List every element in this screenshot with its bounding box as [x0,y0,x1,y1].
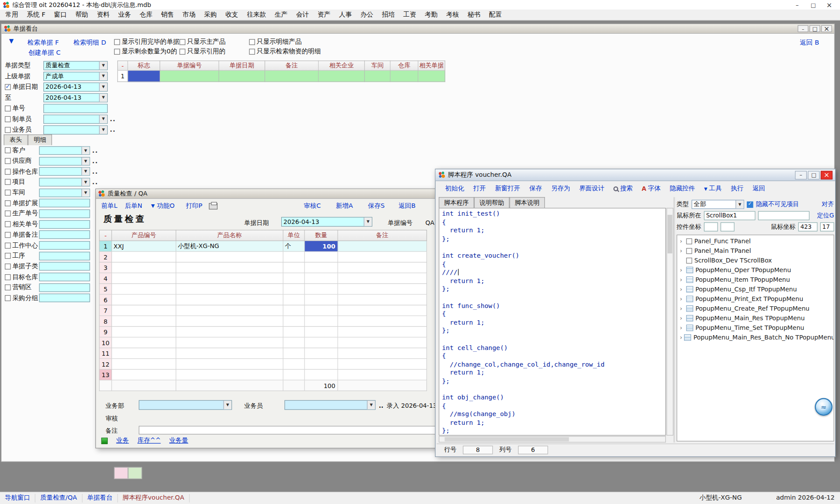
tree-item[interactable]: PopupMenu_Time_Set TPopupMenu [677,323,834,332]
cell-unit[interactable] [284,284,305,294]
field-input[interactable] [39,146,90,155]
menu-item[interactable]: 秘书 [463,9,485,21]
cell-quantity[interactable]: 100 [305,241,338,252]
filter-checkbox[interactable]: 只显示明细产品 [249,38,301,47]
toolbar-button[interactable]: 初始化 [445,184,464,193]
save-button[interactable]: 保存S [368,202,385,211]
cell-product-name[interactable] [176,294,284,305]
dropdown-arrow-icon[interactable] [99,115,107,123]
field-input[interactable]: 2026-04-13 [43,82,108,91]
cell-doc-no[interactable] [160,71,219,82]
dept-select[interactable] [139,400,232,410]
menu-item[interactable]: 市场 [178,9,200,21]
table-row[interactable]: 8 [99,316,427,326]
checkbox-icon[interactable] [5,116,10,122]
checkbox-icon[interactable] [5,242,10,248]
checkbox-icon[interactable] [5,221,10,227]
column-header[interactable]: 标志 [128,60,160,70]
print-button[interactable]: 打印P [186,202,203,211]
cell-related-doc[interactable] [418,71,445,82]
field-input[interactable] [39,199,90,208]
expand-arrow-icon[interactable] [680,286,684,292]
control-x-input[interactable] [704,222,718,231]
cell-unit[interactable] [284,348,305,359]
minimize-button[interactable] [798,25,808,32]
cell-quantity[interactable] [305,370,338,380]
toolbar-button[interactable]: 字体 [642,184,661,193]
expand-arrow-icon[interactable] [680,248,684,253]
tree-item[interactable]: ScrollBox_Dev TScrollBox [677,256,834,265]
ellipsis-button[interactable]: .. [92,147,98,154]
restore-button[interactable] [809,25,820,32]
column-header[interactable]: 产品名称 [176,230,284,241]
mouse-x-value[interactable]: 423 [798,222,817,231]
toolbar-button[interactable]: 另存为 [551,184,570,193]
business-link[interactable]: 业务 [116,437,129,445]
column-header[interactable]: 单据日期 [219,60,265,70]
toolbar-button[interactable]: 返回 [752,184,765,193]
expand-arrow-icon[interactable] [680,325,684,331]
checkbox-icon[interactable] [114,49,120,54]
control-y-input[interactable] [721,222,735,231]
field-input[interactable]: 质量检查 [43,61,108,70]
cell-unit[interactable] [284,327,305,337]
dropdown-arrow-icon[interactable] [367,401,375,410]
filter-checkbox[interactable]: 只显示检索物资的明细 [249,47,321,56]
checkbox-icon[interactable] [249,39,255,45]
create-doc-button[interactable]: 创建单据 C [28,48,61,57]
cell-product-code[interactable]: XXJ [112,241,176,252]
return-button[interactable]: 返回B [399,202,416,211]
mouse-in-input-2[interactable] [758,211,810,220]
field-input[interactable] [39,189,90,197]
field-input[interactable] [43,114,108,123]
menu-item[interactable]: 考核 [442,9,463,21]
cell-unit[interactable] [284,252,305,262]
cell-product-code[interactable] [112,327,176,337]
cell-note[interactable] [265,71,318,82]
table-row[interactable]: 5 [99,284,427,294]
field-input[interactable] [39,294,90,303]
checkbox-icon[interactable] [249,49,255,54]
column-header[interactable]: - [117,60,128,70]
cell-company[interactable] [319,71,365,82]
menu-item[interactable]: 销售 [157,9,178,21]
inventory-link[interactable]: 库存^^ [137,437,161,445]
tab[interactable]: 表头 [4,134,28,145]
cell-unit[interactable] [284,294,305,305]
qa-titlebar[interactable]: 质量检查 / QA [96,189,446,199]
dropdown-arrow-icon[interactable] [99,61,107,69]
note-input[interactable] [139,426,442,434]
cell-product-code[interactable] [112,348,176,359]
dropdown-arrow-icon[interactable] [81,178,89,186]
menu-item[interactable]: 窗口 [50,9,71,21]
doc-date-field[interactable]: 2026-04-13 [281,217,372,227]
tab[interactable]: 脚本程序 [439,197,474,208]
expand-arrow-icon[interactable] [680,296,684,302]
checkbox-icon[interactable] [114,39,120,45]
cell-flag[interactable] [128,71,160,82]
checkbox-icon[interactable] [179,39,185,45]
checkbox-icon[interactable] [5,211,10,217]
cell-unit[interactable]: 个 [284,241,305,252]
tab[interactable]: 脚本说明 [509,197,545,208]
cell-note[interactable] [338,284,427,294]
cell-product-name[interactable] [176,316,284,326]
tree-item[interactable]: PopupMenu_Print_Ext TPopupMenu [677,294,834,304]
maximize-button[interactable] [805,1,821,9]
dropdown-arrow-icon[interactable] [224,401,231,410]
column-header[interactable]: 车间 [365,60,391,70]
row-number[interactable]: 2 [99,252,112,262]
taskbar-item[interactable]: 单据看台 [82,494,118,502]
field-input[interactable] [39,231,90,239]
ellipsis-button[interactable]: .. [379,402,384,409]
cell-quantity[interactable] [305,348,338,359]
menu-item[interactable]: 配置 [485,9,506,21]
audit-button[interactable]: 审核C [304,202,321,211]
field-input[interactable] [39,220,90,229]
cell-note[interactable] [338,316,427,326]
row-number[interactable]: 5 [99,284,112,294]
column-header[interactable]: 备注 [338,230,427,241]
cell-unit[interactable] [284,359,305,369]
checkbox-icon[interactable] [5,84,10,90]
pane-splitter[interactable] [673,197,675,443]
